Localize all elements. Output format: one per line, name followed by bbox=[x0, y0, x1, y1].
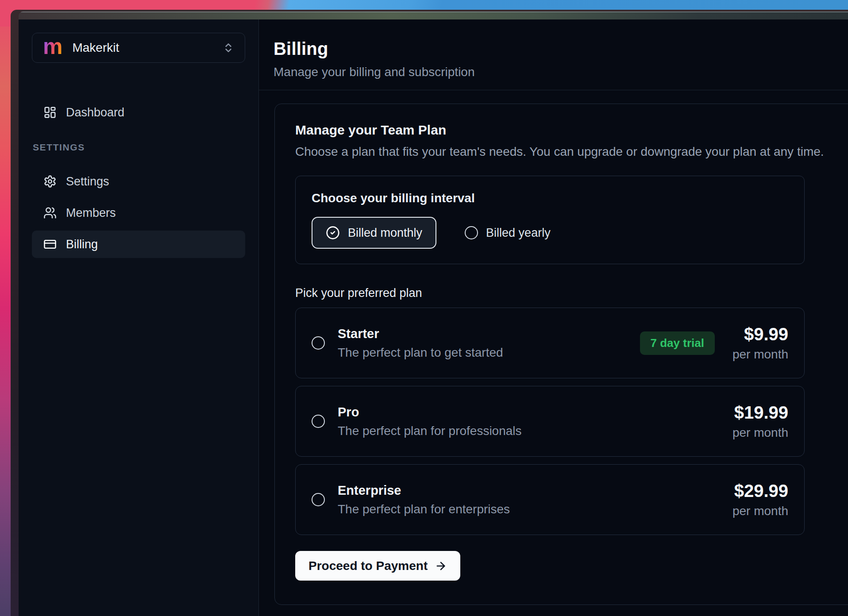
header-divider bbox=[259, 90, 848, 90]
circle-check-icon bbox=[326, 226, 340, 240]
plan-description: The perfect plan to get started bbox=[338, 346, 503, 360]
page-header: Billing Manage your billing and subscrip… bbox=[259, 19, 848, 79]
team-plan-card: Manage your Team Plan Choose a plan that… bbox=[274, 104, 848, 605]
sidebar-item-label: Members bbox=[66, 206, 116, 220]
plan-description: The perfect plan for enterprises bbox=[338, 502, 510, 516]
chevrons-up-down-icon bbox=[223, 42, 234, 54]
billing-interval-label: Choose your billing interval bbox=[312, 191, 788, 205]
sidebar: m Makerkit Dashboard SETTINGS bbox=[19, 19, 259, 616]
billed-yearly-option[interactable]: Billed yearly bbox=[465, 226, 551, 240]
sidebar-item-label: Billing bbox=[66, 238, 98, 251]
sidebar-item-members[interactable]: Members bbox=[32, 199, 245, 227]
plan-period: per month bbox=[732, 347, 788, 362]
gear-icon bbox=[43, 175, 57, 188]
sidebar-item-label: Settings bbox=[66, 175, 109, 189]
app-window: m Makerkit Dashboard SETTINGS bbox=[11, 10, 848, 616]
workspace-selector[interactable]: m Makerkit bbox=[32, 33, 245, 63]
workspace-name: Makerkit bbox=[72, 41, 119, 55]
proceed-to-payment-button[interactable]: Proceed to Payment bbox=[295, 551, 460, 581]
card-description: Choose a plan that fits your team's need… bbox=[295, 145, 848, 159]
proceed-label: Proceed to Payment bbox=[308, 559, 428, 573]
billing-interval-box: Choose your billing interval Billed mont… bbox=[295, 176, 805, 264]
makerkit-logo: m bbox=[43, 35, 62, 58]
radio-icon[interactable] bbox=[312, 336, 325, 350]
plan-row-enterprise[interactable]: Enterprise The perfect plan for enterpri… bbox=[295, 464, 805, 535]
card-title: Manage your Team Plan bbox=[295, 123, 848, 138]
app-content: m Makerkit Dashboard SETTINGS bbox=[19, 19, 848, 616]
plan-name: Pro bbox=[338, 405, 522, 420]
arrow-right-icon bbox=[435, 560, 447, 572]
sidebar-item-label: Dashboard bbox=[66, 106, 124, 119]
plan-price: $29.99 bbox=[732, 481, 788, 501]
plan-price: $19.99 bbox=[732, 403, 788, 423]
radio-icon[interactable] bbox=[312, 415, 325, 428]
main-content: Billing Manage your billing and subscrip… bbox=[259, 19, 848, 616]
page-subtitle: Manage your billing and subscription bbox=[274, 65, 848, 79]
users-icon bbox=[43, 206, 57, 219]
page-title: Billing bbox=[274, 39, 848, 59]
dashboard-icon bbox=[43, 106, 57, 119]
billed-monthly-label: Billed monthly bbox=[348, 226, 422, 240]
sidebar-item-settings[interactable]: Settings bbox=[32, 168, 245, 195]
plan-name: Enterprise bbox=[338, 483, 510, 498]
plan-period: per month bbox=[732, 426, 788, 440]
plan-period: per month bbox=[732, 504, 788, 518]
sidebar-section-settings: SETTINGS bbox=[33, 142, 245, 153]
plan-description: The perfect plan for professionals bbox=[338, 424, 522, 438]
billed-monthly-option[interactable]: Billed monthly bbox=[312, 217, 436, 249]
sidebar-item-dashboard[interactable]: Dashboard bbox=[32, 99, 245, 126]
window-titlebar bbox=[19, 12, 848, 19]
trial-badge: 7 day trial bbox=[640, 331, 715, 355]
plan-name: Starter bbox=[338, 327, 503, 341]
plan-price: $9.99 bbox=[732, 324, 788, 344]
plan-row-pro[interactable]: Pro The perfect plan for professionals $… bbox=[295, 386, 805, 457]
credit-card-icon bbox=[43, 238, 57, 251]
radio-icon bbox=[465, 226, 478, 239]
sidebar-settings-group: Settings Members Billing bbox=[32, 168, 245, 258]
plan-row-starter[interactable]: Starter The perfect plan to get started … bbox=[295, 308, 805, 378]
billed-yearly-label: Billed yearly bbox=[486, 226, 551, 240]
plans-label: Pick your preferred plan bbox=[295, 286, 805, 300]
radio-icon[interactable] bbox=[312, 493, 325, 506]
sidebar-item-billing[interactable]: Billing bbox=[32, 231, 245, 258]
